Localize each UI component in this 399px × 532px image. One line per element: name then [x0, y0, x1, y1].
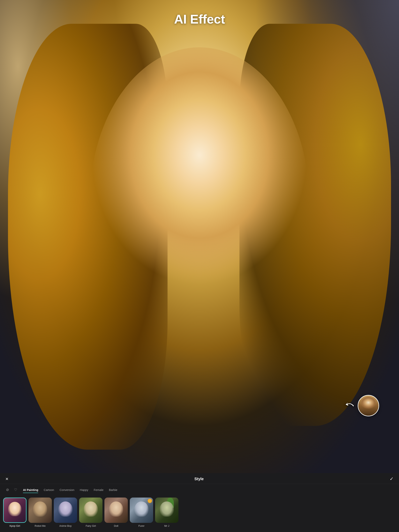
tab-cartoon[interactable]: Cartoon [41, 487, 57, 493]
ban-icon: ⊘ [6, 488, 9, 492]
app-container: AI Effect × Style ✓ ⊘ ♡ [0, 0, 399, 532]
crown-icon: 👑 [148, 500, 151, 502]
style-label-robot-me: Robot Me [35, 524, 45, 527]
style-label-fairy-girl: Fairy Girl [86, 524, 96, 527]
tab-icon-ban[interactable]: ⊘ [4, 486, 11, 493]
furer-face [135, 501, 148, 517]
tab-ai-painting[interactable]: AI Painting [20, 487, 41, 493]
style-item-doll[interactable]: Doll [104, 498, 128, 527]
original-photo-container [344, 395, 379, 416]
tab-label-cartoon: Cartoon [44, 488, 54, 492]
kpop-face [8, 502, 21, 516]
style-thumb-anime-boy [54, 498, 77, 523]
tab-happy[interactable]: Happy [77, 487, 91, 493]
tab-label-ai-painting: AI Painting [23, 488, 38, 492]
tab-label-conversion: Conversion [60, 488, 74, 492]
premium-crown-badge: 👑 [148, 499, 152, 503]
style-item-kpop-girl[interactable]: Kpop Girl [3, 498, 26, 527]
tab-label-barbie: Barbie [109, 488, 117, 492]
anime-face [58, 501, 72, 517]
page-title: AI Effect [174, 12, 225, 26]
doll-face [109, 501, 123, 517]
style-header: × Style ✓ [0, 473, 399, 484]
style-panel-title: Style [194, 477, 204, 481]
fairy-face [84, 501, 98, 517]
style-label-mr-j: Mr J [164, 524, 169, 527]
comparison-arrow-icon [344, 400, 356, 411]
tab-label-happy: Happy [80, 488, 88, 492]
style-label-doll: Doll [114, 524, 118, 527]
style-item-anime-boy[interactable]: Anime Boy [54, 498, 77, 527]
style-thumb-mr-j [155, 498, 179, 523]
confirm-button[interactable]: ✓ [390, 476, 393, 481]
face-area [90, 47, 309, 355]
robot-face [33, 501, 47, 517]
style-thumb-robot-me [28, 498, 52, 523]
tab-barbie[interactable]: Barbie [106, 487, 120, 493]
tab-icon-heart[interactable]: ♡ [12, 486, 19, 493]
style-item-robot-me[interactable]: Robot Me [28, 498, 52, 527]
style-item-fairy-girl[interactable]: Fairy Girl [79, 498, 103, 527]
heart-icon: ♡ [14, 488, 17, 492]
tab-conversion[interactable]: Conversion [57, 487, 77, 493]
style-label-furer: Furer [138, 524, 144, 527]
style-item-furer[interactable]: 👑 Furer [130, 498, 153, 527]
mrj-face [160, 501, 174, 517]
close-button[interactable]: × [6, 476, 8, 481]
style-thumb-fairy-girl [79, 498, 103, 523]
category-tabs: ⊘ ♡ AI Painting Cartoon Conversion Happy… [0, 484, 399, 495]
original-thumbnail-inner [358, 395, 379, 416]
style-thumb-doll [104, 498, 128, 523]
original-thumbnail [358, 395, 379, 416]
style-thumb-kpop-girl [3, 498, 26, 523]
style-grid: Kpop Girl Robot Me Anime Boy [0, 495, 399, 532]
tab-label-female: Female [94, 488, 103, 492]
style-thumb-furer: 👑 [130, 498, 153, 523]
bottom-panel: × Style ✓ ⊘ ♡ AI Painting Cartoon Conver… [0, 473, 399, 532]
main-image-area: AI Effect [0, 0, 399, 473]
style-label-anime-boy: Anime Boy [59, 524, 72, 527]
tab-female[interactable]: Female [91, 487, 106, 493]
style-label-kpop-girl: Kpop Girl [10, 524, 20, 527]
main-canvas: AI Effect [0, 0, 399, 473]
style-item-mr-j[interactable]: Mr J [155, 498, 179, 527]
